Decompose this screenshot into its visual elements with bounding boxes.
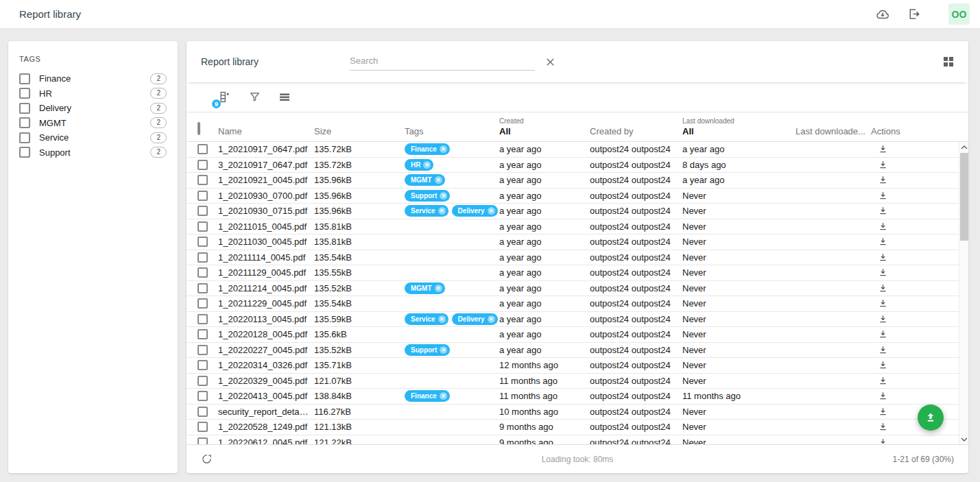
download-icon[interactable] [871, 160, 959, 170]
remove-tag-icon[interactable]: ✕ [440, 346, 447, 354]
report-name[interactable]: 1_20220612_0045.pdf [218, 437, 314, 444]
report-name[interactable]: 1_20210917_0647.pdf [218, 144, 314, 154]
remove-tag-icon[interactable]: ✕ [440, 192, 447, 200]
column-header-created-filter[interactable]: Created All [499, 117, 590, 136]
row-checkbox[interactable] [187, 144, 218, 154]
download-icon[interactable] [871, 437, 959, 444]
table-row[interactable]: 1_20211114_0045.pdf 135.54kB a year ago … [187, 250, 959, 266]
remove-tag-icon[interactable]: ✕ [435, 285, 442, 292]
table-row[interactable]: 1_20210930_0700.pdf 135.96kB Support✕ a … [187, 189, 959, 204]
scroll-up-icon[interactable] [959, 142, 968, 152]
download-icon[interactable] [871, 144, 959, 154]
download-icon[interactable] [871, 267, 959, 278]
column-header-name[interactable]: Name [218, 126, 314, 136]
upload-report-button[interactable] [918, 405, 944, 431]
remove-tag-icon[interactable]: ✕ [438, 207, 446, 215]
download-icon[interactable] [871, 237, 959, 247]
column-header-last-downloaded-filter[interactable]: Last downloaded All [682, 117, 796, 136]
grid-view-icon[interactable] [943, 56, 954, 67]
download-icon[interactable] [871, 206, 959, 216]
tag-pill[interactable]: Delivery✕ [452, 313, 498, 325]
row-checkbox[interactable] [187, 191, 218, 201]
tag-pill[interactable]: MGMT✕ [405, 282, 445, 294]
remove-tag-icon[interactable]: ✕ [438, 315, 446, 323]
row-checkbox[interactable] [187, 314, 218, 324]
refresh-icon[interactable] [201, 453, 213, 465]
tag-pill[interactable]: HR✕ [405, 159, 433, 171]
download-icon[interactable] [871, 221, 959, 232]
tag-filter-item[interactable]: Service 2 [19, 130, 167, 145]
tag-filter-item[interactable]: Support 2 [19, 145, 167, 160]
report-name[interactable]: 1_20220227_0045.pdf [218, 345, 314, 355]
row-checkbox[interactable] [187, 237, 218, 247]
tag-filter-item[interactable]: HR 2 [19, 86, 167, 101]
report-name[interactable]: 1_20210921_0045.pdf [218, 175, 314, 185]
remove-tag-icon[interactable]: ✕ [435, 176, 442, 184]
table-row[interactable]: 1_20220528_1249.pdf 121.13kB 9 months ag… [187, 420, 959, 435]
avatar[interactable]: OO [948, 3, 970, 25]
table-row[interactable]: 1_20211214_0045.pdf 135.52kB MGMT✕ a yea… [187, 281, 959, 297]
remove-tag-icon[interactable]: ✕ [440, 145, 447, 153]
tag-pill[interactable]: MGMT✕ [405, 174, 445, 186]
table-row[interactable]: 1_20211015_0045.pdf 135.81kB a year ago … [187, 219, 959, 235]
table-row[interactable]: 1_20211129_0045.pdf 135.55kB a year ago … [187, 265, 959, 281]
report-name[interactable]: 1_20220113_0045.pdf [218, 314, 314, 324]
table-row[interactable]: 1_20220413_0045.pdf 138.84kB Finance✕ 11… [187, 389, 959, 405]
row-checkbox[interactable] [187, 283, 218, 293]
download-icon[interactable] [871, 298, 959, 309]
search-input[interactable] [350, 53, 535, 71]
report-name[interactable]: 1_20211214_0045.pdf [218, 283, 314, 293]
tag-filter-item[interactable]: MGMT 2 [19, 116, 167, 131]
table-row[interactable]: 1_20220113_0045.pdf 135.59kB Service✕Del… [187, 312, 959, 328]
download-icon[interactable] [871, 360, 959, 370]
column-header-size[interactable]: Size [314, 126, 405, 136]
table-row[interactable]: 1_20220227_0045.pdf 135.52kB Support✕ a … [187, 343, 959, 359]
row-checkbox[interactable] [187, 391, 218, 401]
download-icon[interactable] [871, 175, 959, 185]
tag-checkbox[interactable] [19, 88, 30, 99]
column-header-tags[interactable]: Tags [405, 126, 499, 136]
remove-tag-icon[interactable]: ✕ [488, 207, 495, 215]
row-checkbox[interactable] [187, 252, 218, 263]
created-filter-value[interactable]: All [499, 126, 511, 136]
row-checkbox[interactable] [187, 407, 218, 417]
tag-checkbox[interactable] [19, 147, 30, 158]
tag-checkbox[interactable] [19, 103, 30, 114]
row-checkbox[interactable] [187, 345, 218, 355]
column-header-last-downloaded-date[interactable]: Last downloade... [796, 126, 871, 136]
report-name[interactable]: 3_20210917_0647.pdf [218, 160, 314, 170]
tag-pill[interactable]: Support✕ [405, 344, 450, 356]
table-row[interactable]: 1_20210921_0045.pdf 135.96kB MGMT✕ a yea… [187, 173, 959, 189]
row-checkbox[interactable] [187, 175, 218, 185]
table-row[interactable]: 1_20220329_0045.pdf 121.07kB 11 months a… [187, 374, 959, 389]
row-checkbox[interactable] [187, 298, 218, 309]
last-downloaded-filter-value[interactable]: All [682, 126, 694, 136]
download-icon[interactable] [871, 407, 959, 417]
table-row[interactable]: 1_20211229_0045.pdf 135.54kB a year ago … [187, 296, 959, 312]
report-name[interactable]: 1_20210930_0715.pdf [218, 206, 314, 216]
tag-filter-item[interactable]: Finance 2 [19, 71, 167, 86]
report-name[interactable]: 1_20211129_0045.pdf [218, 267, 314, 278]
report-name[interactable]: 1_20211229_0045.pdf [218, 298, 314, 309]
tag-pill[interactable]: Support✕ [405, 190, 450, 202]
row-checkbox[interactable] [187, 206, 218, 216]
table-row[interactable]: 1_20220612_0045.pdf 121.22kB 9 months ag… [187, 435, 959, 445]
report-name[interactable]: security_report_detail... [218, 407, 314, 417]
tag-checkbox[interactable] [19, 73, 30, 84]
download-icon[interactable] [871, 314, 959, 324]
filter-icon[interactable] [248, 91, 261, 104]
list-view-icon[interactable] [278, 91, 291, 104]
report-name[interactable]: 1_20211114_0045.pdf [218, 252, 314, 263]
column-header-created-by[interactable]: Created by [590, 126, 682, 136]
table-row[interactable]: 3_20210917_0647.pdf 135.72kB HR✕ a year … [187, 158, 959, 173]
tag-pill[interactable]: Delivery✕ [452, 205, 498, 217]
columns-select-icon[interactable]: 9 [217, 90, 231, 104]
download-icon[interactable] [871, 329, 959, 339]
download-icon[interactable] [871, 345, 959, 355]
row-checkbox[interactable] [187, 267, 218, 278]
tag-checkbox[interactable] [19, 132, 30, 143]
row-checkbox[interactable] [187, 221, 218, 232]
report-name[interactable]: 1_20220128_0045.pdf [218, 329, 314, 339]
row-checkbox[interactable] [187, 360, 218, 370]
report-name[interactable]: 1_20220314_0326.pdf [218, 360, 314, 370]
